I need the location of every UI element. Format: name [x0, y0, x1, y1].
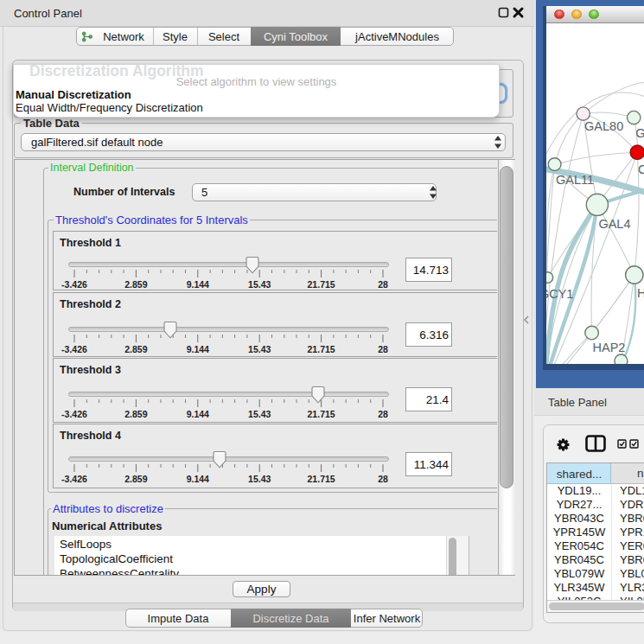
svg-text:CAD1: CAD1 — [638, 163, 644, 176]
svg-text:GAL1: GAL1 — [635, 126, 644, 140]
svg-text:GAL80: GAL80 — [584, 119, 623, 133]
svg-text:GAL11: GAL11 — [556, 173, 594, 187]
svg-text:HAP2: HAP2 — [593, 341, 626, 354]
svg-text:HIS4: HIS4 — [637, 286, 644, 300]
svg-text:GCY1: GCY1 — [546, 287, 573, 301]
svg-text:GAL4: GAL4 — [598, 217, 630, 231]
